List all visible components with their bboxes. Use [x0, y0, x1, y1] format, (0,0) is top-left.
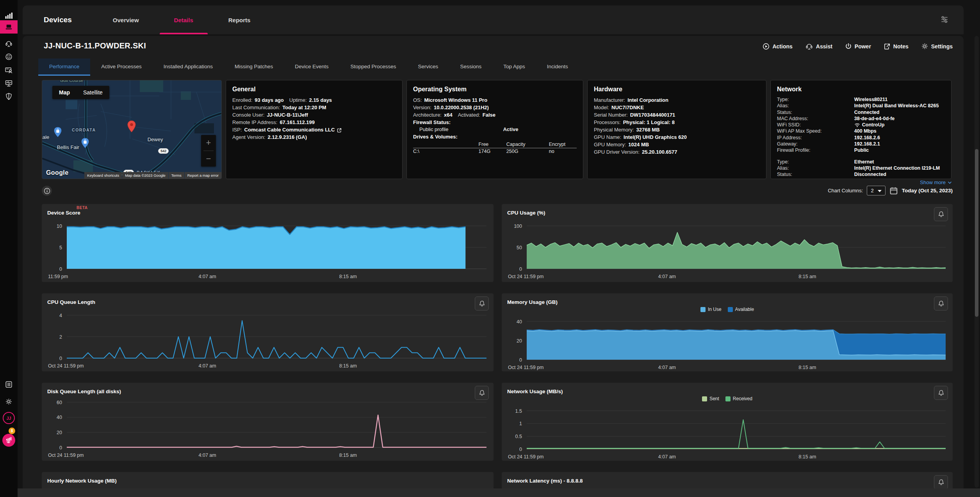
map-attribution-link[interactable]: Report a map error: [185, 172, 221, 179]
map-type-buttons: MapSatellite: [52, 86, 109, 99]
notes-button[interactable]: Notes: [884, 42, 909, 50]
sidebar-item-security[interactable]: [0, 90, 18, 103]
field-value: Intel(R) UHD Graphics 620: [624, 134, 687, 140]
assist-button[interactable]: Assist: [805, 42, 832, 50]
action-label: Notes: [893, 43, 909, 50]
card-title: Operating System: [413, 86, 577, 93]
field-value: 192.168.2.6: [854, 135, 880, 141]
date-range-label[interactable]: Today (Oct 25, 2023): [902, 188, 953, 193]
subtab-sessions[interactable]: Sessions: [449, 59, 492, 76]
subtab-stopped-processes[interactable]: Stopped Processes: [340, 59, 407, 76]
network-row: Alias:Intel(R) Ethernet Connection I219-…: [777, 165, 945, 171]
field-label: ISP:: [232, 127, 242, 133]
info-row: OS:Microsoft Windows 11 Pro: [413, 96, 577, 104]
subtab-missing-patches[interactable]: Missing Patches: [224, 59, 284, 76]
subtab-active-processes[interactable]: Active Processes: [90, 59, 153, 76]
firewall-status-row: Public profile Active: [413, 126, 577, 133]
sidebar-item-assist[interactable]: [0, 37, 18, 50]
field-value: Comcast Cable Communications LLC: [244, 127, 335, 133]
zoom-out-button[interactable]: −: [201, 151, 216, 167]
location-map[interactable]: Golf CourseCORDATAsaleBellis FairDeweyBA…: [42, 80, 222, 179]
map-type-satellite-button[interactable]: Satellite: [77, 86, 109, 99]
tab-details[interactable]: Details: [157, 5, 211, 34]
svg-text:Oct 24 11:59 pm: Oct 24 11:59 pm: [48, 363, 84, 369]
tab-reports[interactable]: Reports: [211, 5, 268, 34]
svg-text:0: 0: [59, 356, 62, 361]
map-attribution-link[interactable]: Terms: [169, 172, 184, 179]
svg-text:50: 50: [517, 245, 522, 250]
subtab-performance[interactable]: Performance: [38, 59, 90, 76]
drives-col-header: [413, 141, 479, 148]
sidebar-item-accounts[interactable]: [0, 63, 18, 76]
subtab-services[interactable]: Services: [407, 59, 449, 76]
subtab-device-events[interactable]: Device Events: [284, 59, 339, 76]
map-attribution-link[interactable]: Keyboard shortcuts: [84, 172, 122, 179]
field-label: GPU Name:: [594, 134, 621, 140]
subtab-installed-applications[interactable]: Installed Applications: [153, 59, 224, 76]
google-logo[interactable]: Google: [46, 169, 69, 176]
map-label: CORDATA: [72, 128, 96, 132]
field-label: WiFi SSID:: [777, 122, 854, 128]
vertical-scrollbar-thumb[interactable]: [975, 149, 978, 317]
chart-columns-select[interactable]: 2: [867, 186, 885, 195]
sidebar-item-settings[interactable]: [0, 395, 18, 408]
field-value: 67.161.112.199: [280, 119, 315, 125]
svg-text:1.5: 1.5: [515, 408, 522, 414]
calendar-icon[interactable]: [889, 186, 898, 195]
svg-text:5: 5: [59, 245, 62, 250]
device-location-pin-icon[interactable]: [127, 120, 136, 134]
svg-text:4:07 am: 4:07 am: [658, 365, 676, 370]
field-value: Intel Corporation: [627, 97, 668, 103]
sidebar-item-analytics[interactable]: [0, 9, 18, 22]
svg-text:40: 40: [57, 415, 62, 420]
field-value: NUC7i7DNKE: [611, 105, 644, 110]
field-label: GPU Memory:: [594, 142, 626, 147]
field-label: Version:: [413, 105, 431, 110]
subtab-top-apps[interactable]: Top Apps: [492, 59, 536, 76]
chart-title: Network Latency (ms) - 8.8.8.8: [507, 478, 583, 484]
alert-bell-button[interactable]: [934, 475, 948, 489]
svg-text:Oct 24 11:59 pm: Oct 24 11:59 pm: [508, 454, 544, 460]
app-logo[interactable]: [2, 434, 15, 447]
chart-controls-row: Chart Columns: 2 Today (Oct 25, 2023): [42, 186, 953, 197]
sidebar-item-experience[interactable]: [0, 50, 18, 63]
sidebar-item-docs[interactable]: [0, 378, 18, 391]
user-avatar[interactable]: JJ: [3, 412, 15, 424]
drives-col-header: Encrypt: [549, 141, 577, 148]
field-label: Type:: [777, 96, 854, 103]
sidebar-item-devices[interactable]: [0, 20, 18, 34]
svg-text:20: 20: [517, 338, 522, 344]
sliders-icon[interactable]: [940, 15, 949, 25]
svg-text:0: 0: [59, 445, 62, 451]
actions-button[interactable]: Actions: [763, 42, 792, 50]
subtab-incidents[interactable]: Incidents: [536, 59, 579, 76]
settings-button[interactable]: Settings: [921, 42, 953, 50]
map-type-map-button[interactable]: Map: [52, 86, 77, 99]
field-label: Type:: [777, 159, 854, 165]
drives-col-header: Capacity: [506, 141, 549, 148]
tab-overview[interactable]: Overview: [95, 5, 157, 34]
horizontal-scrollbar[interactable]: [18, 488, 980, 497]
headset-icon: [805, 42, 813, 50]
external-link-icon[interactable]: [337, 128, 342, 133]
network-adapter: Type:Wireless80211Alias:Intel(R) Dual Ba…: [777, 96, 945, 154]
power-button[interactable]: Power: [845, 42, 871, 50]
zoom-in-button[interactable]: +: [201, 135, 216, 151]
shopping-place-marker-icon[interactable]: [53, 127, 62, 139]
chart-plot: 1.510.50Oct 24 11:59 pm4:07 am8:15 am: [502, 383, 953, 461]
shopping-place-marker-icon[interactable]: [81, 138, 89, 150]
field-label: WiFi AP Max Speed:: [777, 128, 854, 134]
chart-panel-cpu_usage: CPU Usage (%)100500Oct 24 11:59 pm4:07 a…: [502, 204, 953, 282]
map-attribution-link[interactable]: Map data ©2023 Google: [122, 172, 168, 179]
svg-text:2: 2: [59, 334, 62, 340]
svg-text:8:15 am: 8:15 am: [339, 453, 357, 458]
logo-bars-infinity-icon: [5, 436, 13, 445]
info-row: Processors:Physical: 1 Logical: 8: [594, 119, 760, 126]
map-label: Dewey: [148, 137, 163, 142]
network-row: Status:Connected: [777, 109, 945, 115]
drives-cell: no: [549, 148, 577, 155]
info-icon[interactable]: [42, 186, 52, 196]
show-more-link[interactable]: Show more: [920, 179, 952, 185]
field-value: Public: [854, 147, 869, 153]
sidebar-item-monitoring[interactable]: [0, 76, 18, 90]
